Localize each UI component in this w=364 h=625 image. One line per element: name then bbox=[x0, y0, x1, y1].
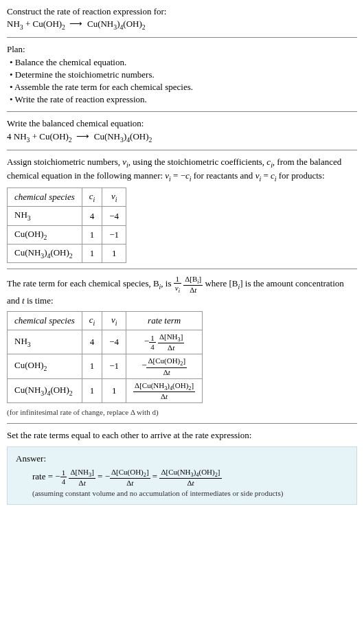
cell-nui: 1 bbox=[102, 244, 126, 262]
divider bbox=[7, 423, 357, 424]
table-row: NH3 4 −4 bbox=[8, 207, 126, 225]
balanced-heading: Write the balanced chemical equation: bbox=[7, 117, 357, 130]
cell-rate-term: Δ[Cu(NH3)4(OH)2]Δt bbox=[126, 378, 203, 402]
answer-label: Answer: bbox=[16, 453, 348, 465]
rate-term-section: The rate term for each chemical species,… bbox=[7, 275, 357, 418]
col-ci: ci bbox=[82, 311, 102, 330]
col-species: chemical species bbox=[8, 311, 82, 330]
divider bbox=[7, 111, 357, 112]
cell-species: NH3 bbox=[8, 207, 82, 225]
table-header-row: chemical species ci νi bbox=[8, 188, 126, 207]
intro-text: , is bbox=[161, 278, 173, 288]
col-nui: νi bbox=[102, 311, 126, 330]
plan-item: • Write the rate of reaction expression. bbox=[10, 93, 357, 106]
plan-section: Plan: • Balance the chemical equation. •… bbox=[7, 43, 357, 106]
question-equation: NH3 + Cu(OH)2 ⟶ Cu(NH3)4(OH)2 bbox=[7, 18, 357, 32]
rate-term-intro: The rate term for each chemical species,… bbox=[7, 275, 357, 307]
final-section: Set the rate terms equal to each other t… bbox=[7, 429, 357, 505]
cell-ci: 1 bbox=[82, 354, 102, 378]
question-header: Construct the rate of reaction expressio… bbox=[7, 5, 357, 32]
stoich-section: Assign stoichiometric numbers, νi, using… bbox=[7, 156, 357, 263]
answer-box: Answer: rate = −14 Δ[NH3]Δt = −Δ[Cu(OH)2… bbox=[7, 446, 357, 505]
cell-nui: −4 bbox=[102, 330, 126, 354]
table-header-row: chemical species ci νi rate term bbox=[8, 311, 203, 330]
cell-species: Cu(OH)2 bbox=[8, 354, 82, 378]
plan-heading: Plan: bbox=[7, 43, 357, 56]
rate-term-table: chemical species ci νi rate term NH3 4 −… bbox=[7, 311, 203, 403]
cell-nui: −1 bbox=[102, 225, 126, 244]
table-row: NH3 4 −4 −14 Δ[NH3]Δt bbox=[8, 330, 203, 354]
divider bbox=[7, 37, 357, 38]
col-species: chemical species bbox=[8, 188, 82, 207]
cell-ci: 1 bbox=[82, 244, 102, 262]
final-heading: Set the rate terms equal to each other t… bbox=[7, 429, 357, 442]
divider bbox=[7, 269, 357, 269]
cell-ci: 1 bbox=[82, 378, 102, 402]
cell-species: Cu(NH3)4(OH)2 bbox=[8, 378, 82, 402]
col-ci: ci bbox=[82, 188, 102, 207]
rate-expression: rate = −14 Δ[NH3]Δt = −Δ[Cu(OH)2]Δt = Δ[… bbox=[32, 468, 348, 487]
question-title: Construct the rate of reaction expressio… bbox=[7, 5, 357, 18]
divider bbox=[7, 150, 357, 150]
plan-item: • Determine the stoichiometric numbers. bbox=[10, 69, 357, 81]
cell-ci: 4 bbox=[82, 330, 102, 354]
cell-ci: 1 bbox=[82, 225, 102, 244]
col-rate-term: rate term bbox=[126, 311, 203, 330]
stoich-intro: Assign stoichiometric numbers, νi, using… bbox=[7, 156, 357, 183]
table-row: Cu(OH)2 1 −1 bbox=[8, 225, 126, 244]
stoich-table: chemical species ci νi NH3 4 −4 Cu(OH)2 … bbox=[7, 188, 126, 263]
cell-nui: −4 bbox=[102, 207, 126, 225]
balanced-section: Write the balanced chemical equation: 4 … bbox=[7, 117, 357, 144]
plan-item: • Assemble the rate term for each chemic… bbox=[10, 81, 357, 93]
cell-species: NH3 bbox=[8, 330, 82, 354]
table-row: Cu(NH3)4(OH)2 1 1 bbox=[8, 244, 126, 262]
intro-text: where [B bbox=[205, 278, 238, 288]
balanced-equation: 4 NH3 + Cu(OH)2 ⟶ Cu(NH3)4(OH)2 bbox=[7, 130, 357, 144]
col-nui: νi bbox=[102, 188, 126, 207]
cell-rate-term: −14 Δ[NH3]Δt bbox=[126, 330, 203, 354]
assumption-note: (assuming constant volume and no accumul… bbox=[32, 488, 348, 499]
cell-rate-term: −Δ[Cu(OH)2]Δt bbox=[126, 354, 203, 378]
cell-species: Cu(NH3)4(OH)2 bbox=[8, 244, 82, 262]
cell-nui: 1 bbox=[102, 378, 126, 402]
plan-item: • Balance the chemical equation. bbox=[10, 56, 357, 69]
cell-species: Cu(OH)2 bbox=[8, 225, 82, 244]
rate-term-note: (for infinitesimal rate of change, repla… bbox=[7, 407, 357, 418]
table-row: Cu(NH3)4(OH)2 1 1 Δ[Cu(NH3)4(OH)2]Δt bbox=[8, 378, 203, 402]
cell-ci: 4 bbox=[82, 207, 102, 225]
table-row: Cu(OH)2 1 −1 −Δ[Cu(OH)2]Δt bbox=[8, 354, 203, 378]
cell-nui: −1 bbox=[102, 354, 126, 378]
intro-text: The rate term for each chemical species,… bbox=[7, 278, 159, 288]
